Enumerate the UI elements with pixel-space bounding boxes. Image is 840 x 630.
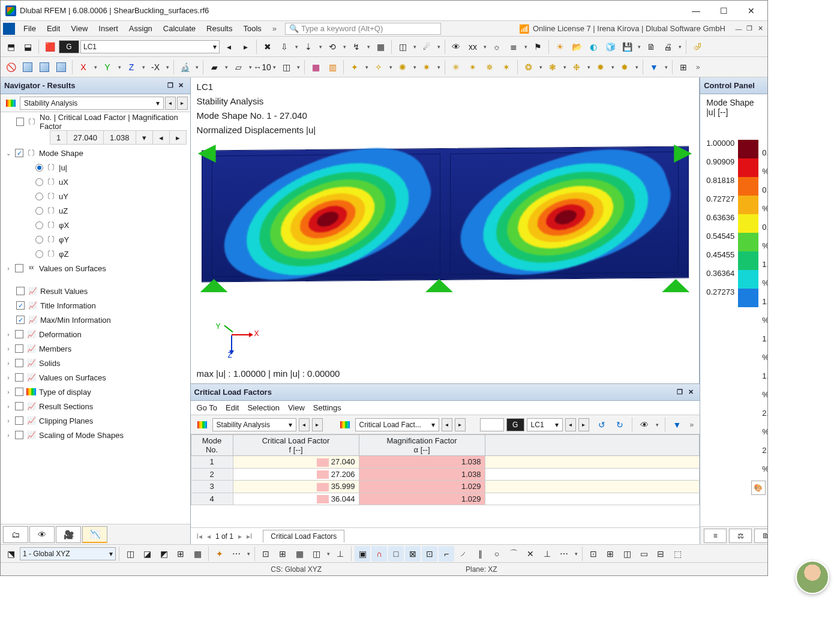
mdi-restore-button[interactable]: ❐	[745, 24, 754, 34]
star5-icon[interactable]: ✳	[448, 59, 464, 75]
search-input[interactable]: 🔍 Type a keyword (Alt+Q)	[285, 23, 441, 35]
tool-m-icon[interactable]: ☀	[552, 39, 568, 55]
cp-tab-notes[interactable]: 🗎	[754, 529, 767, 543]
spark3-icon[interactable]: ❉	[569, 59, 584, 75]
srf1-icon[interactable]: ▰	[206, 59, 222, 75]
tree-mode-u[interactable]: 〔〕|u|	[2, 160, 189, 175]
visibility-icon[interactable]	[448, 39, 464, 55]
st5-icon[interactable]: ▦	[190, 546, 205, 562]
osnap4-icon[interactable]: ⊡	[422, 546, 437, 562]
star7-icon[interactable]: ✵	[482, 59, 497, 75]
menu-calculate[interactable]: Calculate	[158, 22, 200, 35]
table-row[interactable]: 4 36.044 1.029	[191, 493, 700, 505]
tree-mode-phiy[interactable]: 〔〕φY	[2, 232, 189, 247]
osnap-magnet-icon[interactable]: ∩	[371, 546, 387, 562]
menu-view[interactable]: View	[66, 22, 92, 35]
sel1-icon[interactable]: ⊡	[586, 546, 601, 562]
srf3-icon[interactable]: ◫	[278, 59, 294, 75]
checkbox[interactable]	[16, 118, 24, 126]
nav-tab-display[interactable]: 👁	[29, 526, 55, 543]
st6-icon[interactable]: ✦	[212, 546, 227, 562]
sel4-icon[interactable]: ▭	[636, 546, 652, 562]
tbl-eye-icon[interactable]	[637, 417, 652, 433]
cs-combo[interactable]: 1 - Global XYZ▾	[20, 547, 116, 560]
viewport-3d[interactable]: LC1 Stability Analysis Mode Shape No. 1 …	[191, 77, 700, 383]
close-panel-icon[interactable]: ✕	[685, 387, 696, 398]
axis-y-icon[interactable]: Y	[100, 59, 115, 75]
cube-icon[interactable]: 🧊	[602, 39, 618, 55]
osnap3-icon[interactable]: ⊠	[405, 546, 421, 562]
sync1-icon[interactable]: ↺	[594, 417, 610, 433]
microscope-icon[interactable]: 🔬	[177, 59, 193, 75]
save-icon[interactable]: 💾	[619, 39, 635, 55]
tool-d-icon[interactable]: ⟲	[325, 39, 340, 55]
cloud-icon[interactable]: ◐	[586, 39, 601, 55]
sync2-icon[interactable]: ↻	[612, 417, 628, 433]
st3-icon[interactable]: ◩	[156, 546, 172, 562]
minimize-button[interactable]: —	[682, 2, 710, 20]
tree-mode-phix[interactable]: 〔〕φX	[2, 218, 189, 232]
osnap2-icon[interactable]: □	[388, 546, 404, 562]
tree-mode-phiz[interactable]: 〔〕φZ	[2, 247, 189, 261]
sel6-icon[interactable]: ⬚	[670, 546, 685, 562]
sel2-icon[interactable]: ⊞	[602, 546, 618, 562]
assistant-avatar[interactable]	[796, 560, 829, 576]
st1-icon[interactable]: ◫	[122, 546, 138, 562]
cat-clipping-planes[interactable]: ›📈Clipping Planes	[2, 413, 189, 428]
dock-icon[interactable]: ❐	[165, 80, 176, 91]
tbl-filter-icon[interactable]: ▼	[670, 417, 685, 433]
table-result-combo[interactable]: Critical Load Fact...▾	[355, 418, 439, 431]
cs-icon[interactable]: ⬔	[3, 546, 19, 562]
st4-icon[interactable]: ⊞	[173, 546, 188, 562]
toolbar-overflow-icon[interactable]: »	[692, 63, 704, 71]
sel5-icon[interactable]: ⊟	[653, 546, 668, 562]
osnap1-icon[interactable]: ▣	[355, 546, 370, 562]
iso1-icon[interactable]	[20, 59, 35, 75]
tree-mode-uy[interactable]: 〔〕uY	[2, 189, 189, 203]
tool-e-icon[interactable]: ↯	[349, 39, 364, 55]
osnap9-icon[interactable]: ⌒	[506, 546, 521, 562]
nav-prev-button[interactable]: ◂	[165, 97, 176, 110]
opt-title-info[interactable]: 📈Title Information	[2, 298, 189, 313]
maximize-button[interactable]: ☐	[710, 2, 737, 20]
dock-icon[interactable]: ❐	[766, 80, 767, 91]
menu-edit[interactable]: Edit	[42, 22, 65, 35]
osnap6-icon[interactable]: ⟋	[455, 546, 471, 562]
spark5-icon[interactable]: ✸	[617, 59, 632, 75]
tree-mode-uz[interactable]: 〔〕uZ	[2, 203, 189, 218]
app-menu-icon[interactable]	[3, 23, 15, 35]
tool-i-icon[interactable]: xx	[465, 39, 481, 55]
tool-l-icon[interactable]: ⚑	[530, 39, 545, 55]
cat-type-display[interactable]: ›Type of display	[2, 385, 189, 399]
osnap12-icon[interactable]: ⋯	[556, 546, 572, 562]
pointer-icon[interactable]: ⮰	[689, 39, 705, 55]
nav-next-button[interactable]: ▸	[177, 97, 188, 110]
tool-model-icon[interactable]: ⬒	[3, 39, 19, 55]
snap4-icon[interactable]: ◫	[308, 546, 324, 562]
close-panel-icon[interactable]: ✕	[176, 80, 187, 91]
tool-g-icon[interactable]: ◫	[395, 39, 410, 55]
dim-icon[interactable]: ↔10	[254, 59, 270, 75]
axis-neg-x-icon[interactable]: -X	[148, 59, 163, 75]
menu-assign[interactable]: Assign	[124, 22, 157, 35]
tbl-prev2-button[interactable]: ◂	[442, 418, 452, 431]
sel3-icon[interactable]: ◫	[619, 546, 635, 562]
prev-lc-button[interactable]: ◂	[221, 39, 236, 55]
table-row[interactable]: 3 35.999 1.029	[191, 481, 700, 493]
tbl-prev1-button[interactable]: ◂	[299, 418, 310, 431]
tbl-next3-button[interactable]: ▸	[578, 418, 589, 431]
mdi-minimize-button[interactable]: —	[734, 24, 743, 34]
tool-h-icon[interactable]: ☄	[419, 39, 434, 55]
table-tab[interactable]: Critical Load Factors	[263, 530, 344, 542]
next-lc-button[interactable]: ▸	[238, 39, 253, 55]
snap1-icon[interactable]: ⊡	[258, 546, 274, 562]
tbl-prev3-button[interactable]: ◂	[565, 418, 576, 431]
axis-z-icon[interactable]: Z	[124, 59, 139, 75]
star2-icon[interactable]: ✧	[371, 59, 386, 75]
table-menu-goto[interactable]: Go To	[197, 403, 217, 412]
osnap7-icon[interactable]: ∥	[472, 546, 488, 562]
star6-icon[interactable]: ✴	[465, 59, 481, 75]
cancel-icon[interactable]: 🚫	[3, 59, 19, 75]
mdi-close-button[interactable]: ✕	[755, 24, 765, 34]
table-analysis-combo[interactable]: Stability Analysis▾	[212, 418, 296, 431]
